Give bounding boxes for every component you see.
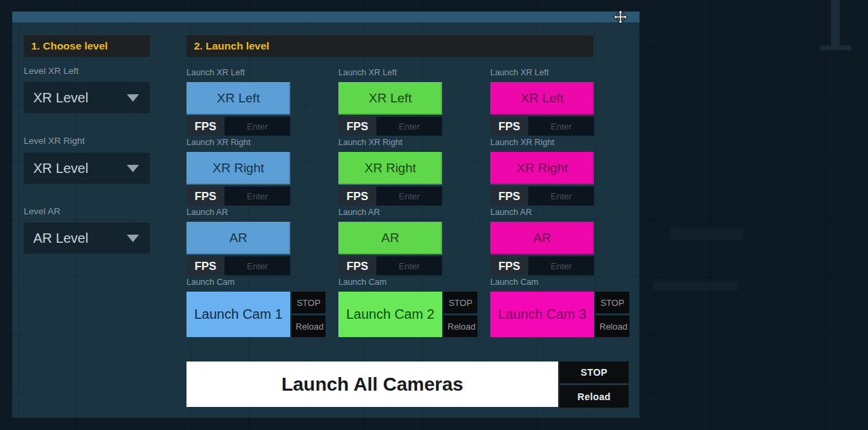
launch-cam-label: Launch Cam xyxy=(490,277,538,287)
fps-label: FPS xyxy=(186,187,224,206)
level-ar-dropdown[interactable]: AR Level xyxy=(24,222,150,254)
desktop-background: 1 1. Choose level 2. Launch level Level … xyxy=(0,0,868,430)
launch-column-3: Launch XR Left XR Left FPS Launch XR Rig… xyxy=(490,12,633,418)
chevron-down-icon xyxy=(127,235,139,242)
chevron-down-icon xyxy=(127,94,139,102)
fps-label: FPS xyxy=(186,256,224,275)
fps-label: FPS xyxy=(490,187,528,206)
cam-reload-button[interactable]: Reload xyxy=(292,315,326,337)
level-xr-left-label: Level XR Left xyxy=(24,66,79,76)
launch-ar-label: Launch AR xyxy=(186,208,228,217)
ar-button[interactable]: AR xyxy=(490,222,594,254)
xr-left-button[interactable]: XR Left xyxy=(186,82,290,115)
background-ghost-shape xyxy=(670,229,743,239)
level-xr-right-dropdown[interactable]: XR Level xyxy=(24,153,150,184)
background-ghost-shape xyxy=(652,281,738,291)
all-cameras-reload-button[interactable]: Reload xyxy=(559,385,629,408)
dropdown-selected-value: AR Level xyxy=(33,231,127,246)
fps-label: FPS xyxy=(490,256,528,275)
fps-row: FPS xyxy=(490,117,594,136)
xr-left-button[interactable]: XR Left xyxy=(490,82,594,115)
launch-cam-1-button[interactable]: Launch Cam 1 xyxy=(186,292,290,337)
cam-stop-button[interactable]: STOP xyxy=(292,292,326,313)
xr-right-button[interactable]: XR Right xyxy=(338,152,442,184)
dropdown-selected-value: XR Level xyxy=(33,161,127,176)
cam-reload-button[interactable]: Reload xyxy=(595,315,629,337)
cam-stop-button[interactable]: STOP xyxy=(595,292,629,313)
cam-stop-button[interactable]: STOP xyxy=(443,292,477,313)
fps-label: FPS xyxy=(338,117,376,136)
launch-cam-2-button[interactable]: Launch Cam 2 xyxy=(338,292,442,337)
fps-input[interactable] xyxy=(376,187,442,206)
fps-row: FPS xyxy=(338,187,442,206)
dropdown-selected-value: XR Level xyxy=(33,90,127,106)
all-cameras-stop-button[interactable]: STOP xyxy=(559,361,629,383)
fps-row: FPS xyxy=(338,117,442,136)
launch-all-cameras-button[interactable]: Launch All Cameras xyxy=(186,361,558,407)
xr-right-button[interactable]: XR Right xyxy=(490,152,594,184)
xr-right-button[interactable]: XR Right xyxy=(186,152,290,184)
fps-label: FPS xyxy=(338,187,376,206)
fps-label: FPS xyxy=(490,117,528,136)
launch-ar-label: Launch AR xyxy=(338,208,380,217)
launch-xr-right-label: Launch XR Right xyxy=(338,138,403,147)
fps-row: FPS xyxy=(186,187,290,206)
chevron-down-icon xyxy=(127,165,139,172)
level-ar-label: Level AR xyxy=(24,206,60,216)
level-xr-left-dropdown[interactable]: XR Level xyxy=(24,82,150,113)
launch-cam-label: Launch Cam xyxy=(338,277,387,287)
fps-label: FPS xyxy=(338,256,376,275)
ar-button[interactable]: AR xyxy=(338,222,442,254)
launch-cam-label: Launch Cam xyxy=(186,277,235,287)
launch-xr-right-label: Launch XR Right xyxy=(490,138,555,147)
fps-input[interactable] xyxy=(376,256,442,275)
background-watermark-digit: 1 xyxy=(807,0,864,64)
fps-input[interactable] xyxy=(224,117,290,136)
fps-input[interactable] xyxy=(224,187,290,206)
fps-row: FPS xyxy=(490,256,594,275)
move-cursor-icon xyxy=(613,9,628,24)
fps-input[interactable] xyxy=(528,117,594,136)
fps-row: FPS xyxy=(338,256,442,275)
launch-column-1: Launch XR Left XR Left FPS Launch XR Rig… xyxy=(186,12,329,418)
launch-xr-left-label: Launch XR Left xyxy=(338,68,397,77)
fps-input[interactable] xyxy=(528,187,594,206)
launch-xr-left-label: Launch XR Left xyxy=(490,68,549,77)
fps-input[interactable] xyxy=(528,256,594,275)
launch-cam-3-button[interactable]: Launch Cam 3 xyxy=(490,292,594,337)
choose-level-section-header: 1. Choose level xyxy=(24,35,150,57)
launch-xr-left-label: Launch XR Left xyxy=(186,68,245,77)
launch-xr-right-label: Launch XR Right xyxy=(186,138,251,147)
ar-button[interactable]: AR xyxy=(186,222,290,254)
fps-label: FPS xyxy=(186,117,224,136)
fps-row: FPS xyxy=(186,117,290,136)
fps-input[interactable] xyxy=(224,256,290,275)
cam-reload-button[interactable]: Reload xyxy=(443,315,477,337)
control-panel-window: 1. Choose level 2. Launch level Level XR… xyxy=(12,12,639,418)
fps-row: FPS xyxy=(490,187,594,206)
fps-row: FPS xyxy=(186,256,290,275)
launch-column-2: Launch XR Left XR Left FPS Launch XR Rig… xyxy=(338,12,481,418)
level-xr-right-label: Level XR Right xyxy=(24,136,85,146)
launch-ar-label: Launch AR xyxy=(490,208,532,217)
fps-input[interactable] xyxy=(376,117,442,136)
xr-left-button[interactable]: XR Left xyxy=(338,82,442,115)
